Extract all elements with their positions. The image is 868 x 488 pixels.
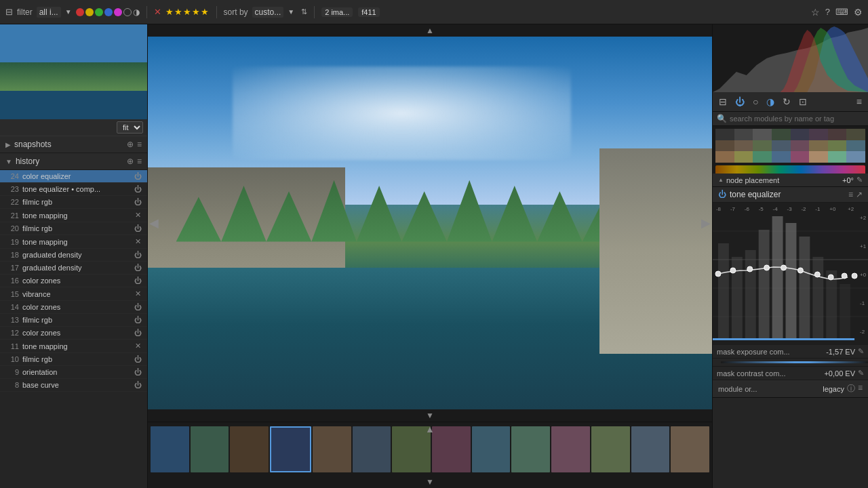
filmstrip-thumb[interactable] xyxy=(511,426,550,472)
history-item[interactable]: 15vibrance✕ xyxy=(0,287,147,301)
palette-cell[interactable] xyxy=(809,129,828,140)
mask-exposure-icon[interactable]: ✎ xyxy=(858,347,864,356)
history-item-status[interactable]: ⏻ xyxy=(132,185,143,193)
filmstrip-up-arrow[interactable]: ▲ xyxy=(425,424,435,434)
palette-cell[interactable] xyxy=(828,151,847,163)
search-input[interactable] xyxy=(730,115,864,123)
palette-cell[interactable] xyxy=(753,151,772,163)
node-placement-up-arrow[interactable]: ▲ xyxy=(718,177,724,183)
palette-cell[interactable] xyxy=(809,140,828,152)
history-item-status[interactable]: ⏻ xyxy=(132,303,143,311)
fit-select[interactable]: fit xyxy=(117,121,143,134)
history-item[interactable]: 12color zones⏻ xyxy=(0,327,147,340)
palette-cell[interactable] xyxy=(734,129,753,140)
outline-circle[interactable] xyxy=(123,8,132,16)
filmstrip-thumb[interactable] xyxy=(230,426,269,472)
history-item-status[interactable]: ⏻ xyxy=(132,368,143,376)
star-outline-icon[interactable]: ☆ xyxy=(811,7,820,18)
bicolor-icon[interactable]: ◑ xyxy=(133,7,140,17)
palette-cell[interactable] xyxy=(846,151,865,163)
palette-cell[interactable] xyxy=(846,140,865,152)
filmstrip-thumb[interactable] xyxy=(432,426,471,472)
settings-icon[interactable]: ⚙ xyxy=(854,7,863,18)
tone-eq-power-icon[interactable]: ⏻ xyxy=(718,190,726,199)
yellow-circle[interactable] xyxy=(85,8,94,16)
main-image-area[interactable]: ◀ ▶ xyxy=(148,37,712,409)
palette-cell[interactable] xyxy=(791,129,810,140)
history-item[interactable]: 24color equalizer⏻ xyxy=(0,170,147,183)
tone-eq-list-icon[interactable]: ≡ xyxy=(848,190,853,199)
history-item[interactable]: 17graduated density⏻ xyxy=(0,262,147,274)
history-item-status[interactable]: ⏻ xyxy=(132,251,143,259)
toolbar-camera-icon[interactable]: ⊡ xyxy=(797,95,809,108)
palette-cell[interactable] xyxy=(734,151,753,163)
snapshots-menu-icon[interactable]: ≡ xyxy=(137,140,142,149)
history-item-status[interactable]: ⏻ xyxy=(132,198,143,206)
palette-cell[interactable] xyxy=(772,129,791,140)
history-item-status[interactable]: ✕ xyxy=(132,289,143,298)
history-header[interactable]: ▼ history ⊕ ≡ xyxy=(0,153,147,170)
toolbar-menu-icon[interactable]: ≡ xyxy=(854,95,864,108)
palette-cell[interactable] xyxy=(846,129,865,140)
sort-value[interactable]: custo... xyxy=(252,7,284,18)
toolbar-rotate-icon[interactable]: ↻ xyxy=(781,95,793,108)
star-rating[interactable]: ★★★★★ xyxy=(165,7,210,17)
toolbar-power-icon[interactable]: ⏻ xyxy=(733,95,747,108)
blue-circle[interactable] xyxy=(104,8,113,16)
color-filter-circles[interactable]: ◑ xyxy=(76,7,140,17)
history-item-status[interactable]: ✕ xyxy=(132,342,143,350)
filmstrip-thumb[interactable] xyxy=(353,426,391,472)
palette-cell[interactable] xyxy=(791,140,810,152)
history-item-status[interactable]: ⏻ xyxy=(132,264,143,272)
palette-cell[interactable] xyxy=(734,140,753,152)
tone-eq-external-icon[interactable]: ↗ xyxy=(856,190,863,199)
toolbar-sliders-icon[interactable]: ⊟ xyxy=(717,95,729,108)
snapshots-add-icon[interactable]: ⊕ xyxy=(127,140,134,149)
filmstrip-thumb[interactable] xyxy=(270,426,311,472)
palette-cell[interactable] xyxy=(715,140,734,152)
history-item-status[interactable]: ⏻ xyxy=(132,277,143,285)
help-icon[interactable]: ? xyxy=(825,7,830,17)
history-item[interactable]: 23tone equalizer • comp...⏻ xyxy=(0,183,147,196)
next-image-arrow[interactable]: ▶ xyxy=(700,213,712,233)
palette-cell[interactable] xyxy=(791,151,810,163)
module-or-menu-icon[interactable]: ≡ xyxy=(858,383,863,394)
filmstrip-thumb[interactable] xyxy=(671,426,709,472)
palette-cell[interactable] xyxy=(828,140,847,152)
history-item[interactable]: 18graduated density⏻ xyxy=(0,249,147,262)
palette-cell[interactable] xyxy=(828,129,847,140)
dropdown-icon[interactable]: ▼ xyxy=(65,8,72,16)
palette-cell[interactable] xyxy=(753,140,772,152)
history-item-status[interactable]: ⏻ xyxy=(132,172,143,180)
history-item[interactable]: 9orientation⏻ xyxy=(0,366,147,379)
history-item[interactable]: 10filmic rgb⏻ xyxy=(0,353,147,366)
history-reset-icon[interactable]: ⊕ xyxy=(127,157,134,166)
history-item[interactable]: 22filmic rgb⏻ xyxy=(0,196,147,209)
reject-icon[interactable]: ✕ xyxy=(154,7,161,17)
history-item-status[interactable]: ⏻ xyxy=(132,355,143,363)
history-item[interactable]: 16color zones⏻ xyxy=(0,274,147,287)
red-circle[interactable] xyxy=(76,8,84,16)
history-item-status[interactable]: ⏻ xyxy=(132,316,143,324)
palette-cell[interactable] xyxy=(809,151,828,163)
filmstrip-thumb[interactable] xyxy=(551,426,590,472)
palette-cell[interactable] xyxy=(715,129,734,140)
filter-value[interactable]: all i... xyxy=(37,7,61,18)
palette-cell[interactable] xyxy=(753,129,772,140)
history-item-status[interactable]: ✕ xyxy=(132,237,143,246)
palette-cell[interactable] xyxy=(772,151,791,163)
sort-mode-icon[interactable]: ⇅ xyxy=(301,7,307,16)
node-placement-edit-icon[interactable]: ✎ xyxy=(856,176,863,184)
module-or-info-icon[interactable]: ⓘ xyxy=(847,383,855,394)
history-item[interactable]: 8base curve⏻ xyxy=(0,379,147,392)
history-item-status[interactable]: ⏻ xyxy=(132,381,143,389)
filmstrip-thumb[interactable] xyxy=(191,426,229,472)
toolbar-color-icon[interactable]: ◑ xyxy=(764,95,776,108)
history-item[interactable]: 19tone mapping✕ xyxy=(0,235,147,249)
palette-cell[interactable] xyxy=(772,140,791,152)
bottom-panel-arrow[interactable]: ▼ xyxy=(148,409,712,422)
history-item-status[interactable]: ⏻ xyxy=(132,224,143,232)
mask-contrast-icon[interactable]: ✎ xyxy=(858,369,864,378)
mask-exposure-slider[interactable] xyxy=(721,361,868,363)
history-item[interactable]: 14color zones⏻ xyxy=(0,301,147,314)
